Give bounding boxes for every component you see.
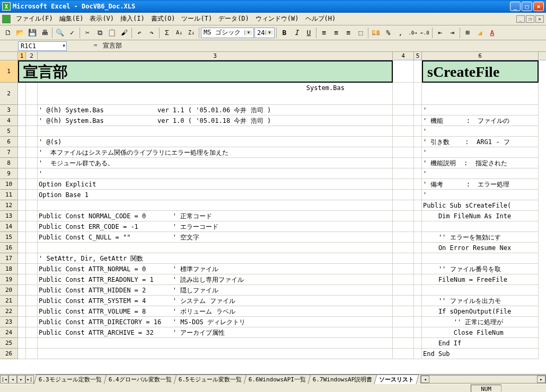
font-color-icon[interactable]: A (486, 27, 498, 39)
sheet-tab[interactable]: 6.4グローバル変数一覧 (103, 375, 177, 384)
borders-icon[interactable]: ⊞ (462, 27, 473, 39)
tab-last-icon[interactable]: ▸| (25, 375, 34, 384)
cell-system-bas[interactable]: System.Bas (38, 83, 393, 105)
col-header-5[interactable]: 5 (414, 52, 422, 60)
cell-title-right[interactable]: sCreateFile (422, 60, 539, 83)
font-name-select[interactable]: MS ゴシック (201, 28, 254, 38)
tab-next-icon[interactable]: ▸ (17, 375, 25, 384)
menu-view[interactable]: 表示(V) (86, 13, 117, 24)
merge-icon[interactable]: ⬚ (355, 27, 366, 39)
minimize-button[interactable]: _ (510, 2, 521, 11)
sheet-tab[interactable]: 6.7WindowsAP説明書 (307, 375, 377, 384)
menu-insert[interactable]: 挿入(I) (117, 13, 148, 24)
col-header-1[interactable]: 1 (18, 52, 26, 60)
menu-edit[interactable]: 編集(E) (56, 13, 87, 24)
window-title: Microsoft Excel - DocVB6_Doc.XLS (13, 3, 510, 10)
menu-file[interactable]: ファイル(F) (13, 13, 56, 24)
menu-bar: ファイル(F) 編集(E) 表示(V) 挿入(I) 書式(O) ツール(T) デ… (0, 13, 546, 25)
status-bar: NUM (0, 384, 546, 392)
col-header-3[interactable]: 3 (38, 52, 393, 60)
menu-help[interactable]: ヘルプ(H) (302, 13, 339, 24)
undo-icon[interactable]: ↶ (134, 27, 145, 39)
spell-icon[interactable]: ✓ (66, 27, 78, 39)
autosum-icon[interactable]: Σ (161, 27, 173, 39)
doc-restore[interactable]: ❐ (526, 15, 534, 23)
decrease-decimal-icon[interactable]: ←.0 (419, 27, 430, 39)
italic-icon[interactable]: I (290, 27, 302, 39)
spreadsheet-grid[interactable]: 1 2 3 4 5 6 1 宣言部 sCreateFile 2 System.B… (0, 52, 546, 374)
format-painter-icon[interactable]: 🖌 (118, 27, 130, 39)
menu-window[interactable]: ウィンドウ(W) (252, 13, 302, 24)
currency-icon[interactable]: 💴 (370, 27, 382, 39)
bold-icon[interactable]: B (278, 27, 290, 39)
increase-indent-icon[interactable]: ⇥ (446, 27, 458, 39)
name-box[interactable]: R1C1 (18, 41, 67, 51)
increase-decimal-icon[interactable]: .0→ (407, 27, 418, 39)
menu-format[interactable]: 書式(O) (148, 13, 179, 24)
close-button[interactable]: × (533, 2, 544, 11)
font-size-select[interactable]: 24 (254, 28, 275, 38)
column-headers: 1 2 3 4 5 6 (0, 52, 546, 60)
tab-prev-icon[interactable]: ◂ (8, 375, 17, 384)
doc-minimize[interactable]: _ (516, 15, 525, 23)
fx-label: = (93, 42, 98, 50)
maximize-button[interactable]: □ (522, 2, 532, 11)
save-icon[interactable]: 💾 (27, 27, 38, 39)
fill-color-icon[interactable]: ◢ (474, 27, 486, 39)
row-2: 2 System.Bas (0, 83, 546, 105)
print-preview-icon[interactable]: 🔍 (54, 27, 66, 39)
menu-data[interactable]: データ(D) (215, 13, 252, 24)
doc-close[interactable]: × (535, 15, 544, 23)
sheet-tab[interactable]: 6.5モジュール変数一覧 (173, 375, 246, 384)
tab-first-icon[interactable]: |◂ (0, 375, 8, 384)
col-header-6[interactable]: 6 (422, 52, 539, 60)
paste-icon[interactable]: 📋 (106, 27, 118, 39)
row-header-1[interactable]: 1 (0, 60, 18, 83)
title-bar: X Microsoft Excel - DocVB6_Doc.XLS _ □ × (0, 0, 546, 13)
scroll-right-icon[interactable]: ▸ (537, 376, 545, 383)
standard-toolbar: 🗋 📂 💾 🖶 🔍 ✓ ✂ ⧉ 📋 🖌 ↶ ↷ Σ A↓ Z↓ MS ゴシック … (0, 25, 546, 40)
row-1: 1 宣言部 sCreateFile (0, 60, 546, 83)
decrease-indent-icon[interactable]: ⇤ (434, 27, 446, 39)
formula-value: 宣言部 (103, 41, 122, 50)
status-num: NUM (471, 385, 501, 392)
cut-icon[interactable]: ✂ (82, 27, 93, 39)
formula-bar: R1C1 = 宣言部 (0, 40, 546, 52)
col-header-2[interactable]: 2 (26, 52, 38, 60)
align-left-icon[interactable]: ≡ (318, 27, 330, 39)
sheet-tab-strip: |◂ ◂ ▸ ▸| 6.3モジュール定数一覧 6.4グローバル変数一覧 6.5モ… (0, 374, 546, 384)
doc-icon (2, 15, 11, 23)
comma-icon[interactable]: , (394, 27, 406, 39)
cell-title-left[interactable]: 宣言部 (18, 60, 393, 83)
align-right-icon[interactable]: ≡ (342, 27, 354, 39)
excel-icon: X (2, 2, 11, 11)
scroll-left-icon[interactable]: ◂ (421, 376, 429, 383)
horizontal-scrollbar[interactable]: ◂ ▸ (420, 375, 546, 384)
copy-icon[interactable]: ⧉ (94, 27, 105, 39)
sort-asc-icon[interactable]: A↓ (173, 27, 185, 39)
percent-icon[interactable]: % (382, 27, 394, 39)
print-icon[interactable]: 🖶 (39, 27, 50, 39)
select-all-corner[interactable] (0, 52, 18, 60)
align-center-icon[interactable]: ≡ (330, 27, 342, 39)
row-header-2[interactable]: 2 (0, 83, 18, 105)
underline-icon[interactable]: U (303, 27, 314, 39)
col-header-4[interactable]: 4 (393, 52, 414, 60)
sheet-tab-active[interactable]: ソースリスト (374, 375, 419, 384)
new-icon[interactable]: 🗋 (2, 27, 14, 39)
menu-tools[interactable]: ツール(T) (178, 13, 215, 24)
redo-icon[interactable]: ↷ (146, 27, 157, 39)
open-icon[interactable]: 📂 (14, 27, 26, 39)
sheet-tab[interactable]: 6.3モジュール定数一覧 (34, 375, 107, 384)
sort-desc-icon[interactable]: Z↓ (186, 27, 197, 39)
sheet-tab[interactable]: 6.6WindowsAPI一覧 (243, 375, 311, 384)
